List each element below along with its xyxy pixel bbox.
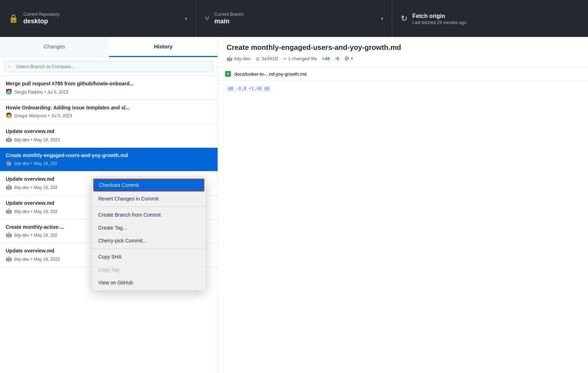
file-name: docs/looker-to-...nd-yoy-growth.md xyxy=(234,71,307,77)
commit-date: May 18, 2023 xyxy=(34,137,60,142)
tab-changes[interactable]: Changes xyxy=(0,37,109,57)
repo-name: desktop xyxy=(23,18,181,25)
main-layout: Changes History ⑂ Merge pull request #78… xyxy=(0,37,588,373)
avatar: 🤖 xyxy=(6,184,12,191)
context-menu-cherry-pick[interactable]: Cherry-pick Commit... xyxy=(92,234,206,247)
commit-author: Sergio Padrino xyxy=(14,90,43,95)
avatar: 🤖 xyxy=(6,256,12,263)
fetch-sub: Last fetched 29 minutes ago xyxy=(412,20,579,25)
changed-files-meta: + 1 changed file xyxy=(284,56,317,61)
context-menu-divider xyxy=(92,207,206,207)
right-panel: Create monthly-engaged-users-and-yoy-gro… xyxy=(218,37,588,373)
changed-files-count: 1 changed file xyxy=(288,56,317,61)
commit-header-title: Create monthly-engaged-users-and-yoy-gro… xyxy=(227,43,579,52)
commit-title: Merge pull request #785 from github/howi… xyxy=(6,80,212,88)
avatar: 🤖 xyxy=(6,208,12,215)
context-menu-copy-tag: Copy Tag xyxy=(92,263,206,276)
commit-author: Gregor Martynus xyxy=(14,113,47,118)
plus-icon: + xyxy=(284,56,286,61)
commit-item[interactable]: Merge pull request #785 from github/howi… xyxy=(0,76,218,100)
context-menu-view-github[interactable]: View on GitHub xyxy=(92,276,206,289)
settings-button[interactable]: ⚙ ▾ xyxy=(344,55,353,62)
commit-date: May 18, 202 xyxy=(34,161,57,166)
commit-header: Create monthly-engaged-users-and-yoy-gro… xyxy=(218,37,588,67)
context-menu-create-branch[interactable]: Create Branch from Commit xyxy=(92,208,206,221)
repo-chevron-icon: ▾ xyxy=(185,16,187,21)
commit-date: Jul 5, 2023 xyxy=(51,113,72,118)
context-menu-create-tag[interactable]: Create Tag... xyxy=(92,221,206,234)
commit-meta: 🤖 tidy-dev • May 18, 202 xyxy=(6,160,212,167)
lock-icon: 🔒 xyxy=(9,14,18,23)
avatar: 🧑‍💻 xyxy=(6,89,12,95)
context-menu-revert[interactable]: Revert Changes in Commit xyxy=(92,192,206,205)
author-name: tidy-dev xyxy=(234,56,251,61)
commit-meta: 🤖 tidy-dev • May 18, 2023 xyxy=(6,137,212,143)
commit-date: May 18, 2023 xyxy=(34,257,60,262)
additions-count: +48 xyxy=(322,56,330,61)
commit-meta-row: 🤖 tidy-dev ⊙ 3a391f2 + 1 changed file +4… xyxy=(227,55,579,62)
commit-author: tidy-dev xyxy=(14,233,29,238)
commit-author: tidy-dev xyxy=(14,161,29,166)
commit-date: May 18, 202 xyxy=(34,209,57,214)
branch-name: main xyxy=(214,18,378,25)
topbar: 🔒 Current Repository desktop ▾ ⑂ Current… xyxy=(0,0,588,37)
context-menu-copy-sha[interactable]: Copy SHA xyxy=(92,250,206,263)
branch-compare-input[interactable] xyxy=(4,61,213,72)
repo-selector[interactable]: 🔒 Current Repository desktop ▾ xyxy=(0,0,196,37)
avatar: 🤖 xyxy=(6,160,12,167)
diff-area: @@ -0,0 +1,48 @@ xyxy=(218,81,588,373)
tab-history[interactable]: History xyxy=(109,37,218,57)
commit-sha-meta: ⊙ 3a391f2 xyxy=(256,56,279,62)
commit-title: Update overview.md xyxy=(6,128,212,135)
fetch-button[interactable]: ↻ Fetch origin Last fetched 29 minutes a… xyxy=(392,0,588,37)
left-panel: Changes History ⑂ Merge pull request #78… xyxy=(0,37,218,373)
commit-author: tidy-dev xyxy=(14,209,29,214)
commit-author: tidy-dev xyxy=(14,257,29,262)
branch-icon: ⑂ xyxy=(205,14,209,23)
avatar: 🤖 xyxy=(6,137,12,143)
branch-chevron-icon: ▾ xyxy=(381,16,383,21)
commit-author: tidy-dev xyxy=(14,185,29,190)
sync-icon: ↻ xyxy=(401,14,407,23)
commit-author: tidy-dev xyxy=(14,137,29,142)
context-menu-checkout[interactable]: Checkout Commit xyxy=(93,179,204,192)
context-menu-divider xyxy=(92,249,206,249)
commit-date: May 18, 202 xyxy=(34,233,57,238)
commit-sha: 3a391f2 xyxy=(262,56,279,61)
commit-meta: 🧑‍💻 Sergio Padrino • Jul 6, 2023 xyxy=(6,89,212,95)
commit-item-selected[interactable]: Create monthly-engaged-users-and-yoy-gro… xyxy=(0,148,218,172)
commit-title: Howie Onboarding: Adding issue templates… xyxy=(6,104,212,112)
fetch-label: Fetch origin xyxy=(412,13,579,19)
branch-compare-icon: ⑂ xyxy=(8,64,11,69)
repo-label: Current Repository xyxy=(23,12,181,17)
gear-icon: ⚙ xyxy=(344,55,349,62)
file-row[interactable]: + docs/looker-to-...nd-yoy-growth.md xyxy=(218,67,588,81)
commit-title: Create monthly-engaged-users-and-yoy-gro… xyxy=(6,152,212,159)
diff-hunk-header: @@ -0,0 +1,48 @@ xyxy=(225,85,272,92)
commit-date: May 18, 202 xyxy=(34,185,57,190)
sha-icon: ⊙ xyxy=(256,56,260,62)
avatar: 🤖 xyxy=(6,232,12,239)
deletions-meta: -0 xyxy=(335,56,339,61)
commit-item[interactable]: Howie Onboarding: Adding issue templates… xyxy=(0,100,218,124)
commit-item[interactable]: Update overview.md 🤖 tidy-dev • May 18, … xyxy=(0,124,218,148)
tab-bar: Changes History xyxy=(0,37,218,57)
settings-chevron-icon: ▾ xyxy=(351,56,353,61)
commit-author-meta: 🤖 tidy-dev xyxy=(227,56,251,61)
branch-label: Current Branch xyxy=(214,12,378,17)
commit-meta: 🧑 Gregor Martynus • Jul 5, 2023 xyxy=(6,113,212,119)
author-avatar: 🤖 xyxy=(227,56,232,61)
file-added-icon: + xyxy=(225,71,231,77)
additions-meta: +48 xyxy=(322,56,330,61)
deletions-count: -0 xyxy=(335,56,339,61)
branch-selector[interactable]: ⑂ Current Branch main ▾ xyxy=(196,0,392,37)
commit-date: Jul 6, 2023 xyxy=(47,90,68,95)
search-bar: ⑂ xyxy=(0,57,218,76)
context-menu: Checkout Commit Revert Changes in Commit… xyxy=(91,177,206,291)
avatar: 🧑 xyxy=(6,113,12,119)
